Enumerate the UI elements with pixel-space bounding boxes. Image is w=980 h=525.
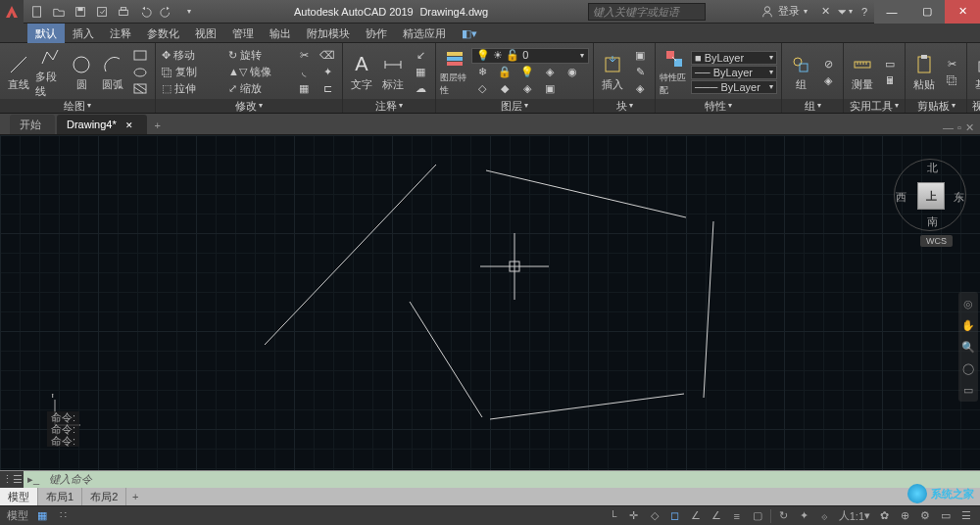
- layer-lock-icon[interactable]: 🔒: [494, 65, 515, 80]
- tab-annotate[interactable]: 注释: [102, 24, 139, 43]
- cmd-prompt[interactable]: 键入命令: [43, 472, 98, 487]
- qat-undo-icon[interactable]: [135, 3, 155, 21]
- tab-add-button[interactable]: +: [149, 117, 167, 134]
- layer-off-icon[interactable]: 💡: [516, 65, 538, 80]
- sb-cycle-icon[interactable]: ↻: [774, 507, 794, 525]
- layer-d-icon[interactable]: ▣: [539, 81, 561, 97]
- copy-button[interactable]: ⿻ 复制: [160, 65, 224, 80]
- nav-zoom-icon[interactable]: 🔍: [960, 339, 976, 355]
- sb-custom-icon[interactable]: ☰: [956, 507, 976, 525]
- copy-clip-icon[interactable]: ⿻: [941, 72, 962, 88]
- group-button[interactable]: 组: [786, 53, 815, 92]
- sb-polar-icon[interactable]: ✛: [624, 507, 644, 525]
- tab-addins[interactable]: 附加模块: [299, 24, 358, 43]
- layout-2[interactable]: 布局2: [82, 488, 126, 505]
- circle-button[interactable]: 圆: [67, 53, 96, 92]
- qat-saveas-icon[interactable]: [92, 3, 112, 21]
- tab-start[interactable]: 开始: [10, 115, 55, 134]
- layout-add-button[interactable]: +: [126, 491, 144, 502]
- sb-model-button[interactable]: 模型: [4, 507, 31, 525]
- qat-redo-icon[interactable]: [157, 3, 176, 21]
- erase-icon[interactable]: ⌫: [317, 48, 338, 64]
- sb-trans-icon[interactable]: ▢: [748, 507, 767, 525]
- explode-icon[interactable]: ✦: [317, 65, 338, 80]
- rotate-button[interactable]: ↻ 旋转: [226, 48, 291, 64]
- layer-freeze-icon[interactable]: ❄: [471, 65, 493, 80]
- layout-1[interactable]: 布局1: [38, 488, 82, 505]
- base-button[interactable]: 基点: [971, 53, 980, 92]
- color-dropdown[interactable]: ■ ByLayer▾: [691, 51, 777, 65]
- trim-icon[interactable]: ✂: [293, 48, 315, 64]
- tab-appstore-icon[interactable]: ◧▾: [454, 24, 485, 43]
- text-button[interactable]: A文字: [347, 53, 376, 92]
- sb-3dosnap-icon[interactable]: ∠: [686, 507, 706, 525]
- sb-clean-icon[interactable]: ▭: [936, 507, 956, 525]
- viewcube-south[interactable]: 南: [927, 215, 938, 229]
- cut-icon[interactable]: ✂: [941, 56, 962, 72]
- sb-iso-icon[interactable]: ◇: [645, 507, 664, 525]
- attr-icon[interactable]: ◈: [629, 81, 651, 97]
- tab-featured[interactable]: 精选应用: [395, 24, 454, 43]
- measure-button[interactable]: 测量: [848, 53, 877, 92]
- calc-icon[interactable]: 🖩: [879, 72, 901, 88]
- exchange-icon[interactable]: ✕: [815, 3, 835, 21]
- viewcube[interactable]: 上 北 南 东 西: [894, 159, 966, 231]
- ungroup-icon[interactable]: ⊘: [817, 56, 839, 72]
- linetype-dropdown[interactable]: ─── ByLayer▾: [691, 80, 777, 94]
- window-maximize-button[interactable]: ▢: [909, 0, 945, 24]
- qat-more-icon[interactable]: [178, 3, 198, 21]
- ellipse-icon[interactable]: [129, 65, 151, 80]
- offset-icon[interactable]: ⊏: [317, 81, 338, 97]
- qat-new-icon[interactable]: [27, 3, 47, 21]
- edit-block-icon[interactable]: ✎: [629, 65, 651, 80]
- qat-open-icon[interactable]: [49, 3, 69, 21]
- sb-lwt-icon[interactable]: ≡: [727, 507, 747, 525]
- doc-max-icon[interactable]: ▫: [957, 121, 961, 134]
- layer-dropdown[interactable]: 💡 ☀ 🔓 0▾: [471, 48, 589, 64]
- mirror-button[interactable]: ▲▽ 镜像: [226, 65, 291, 80]
- viewcube-top[interactable]: 上: [917, 182, 945, 210]
- viewcube-east[interactable]: 东: [954, 190, 964, 205]
- qat-save-icon[interactable]: [71, 3, 90, 21]
- tab-output[interactable]: 输出: [262, 24, 299, 43]
- scale-button[interactable]: ⤢ 缩放: [226, 81, 291, 97]
- rect-icon[interactable]: [129, 48, 151, 64]
- nav-show-icon[interactable]: ▭: [960, 382, 976, 398]
- app-logo[interactable]: [0, 0, 24, 24]
- fillet-icon[interactable]: ◟: [293, 65, 315, 80]
- paste-button[interactable]: 粘贴: [909, 53, 939, 92]
- tab-close-icon[interactable]: ✕: [125, 120, 133, 130]
- command-line[interactable]: ⋮☰ ▸_ 键入命令: [0, 470, 980, 488]
- array-icon[interactable]: ▦: [293, 81, 315, 97]
- signin-button[interactable]: 登录▾: [753, 0, 815, 24]
- window-minimize-button[interactable]: —: [874, 0, 909, 24]
- tab-parametric[interactable]: 参数化: [139, 24, 187, 43]
- move-button[interactable]: ✥ 移动: [160, 48, 224, 64]
- layout-model[interactable]: 模型: [0, 488, 38, 505]
- sb-annoscale-button[interactable]: 人 1:1 ▾: [836, 507, 873, 525]
- window-close-button[interactable]: ✕: [945, 0, 980, 24]
- tab-manage[interactable]: 管理: [224, 24, 262, 43]
- help-icon[interactable]: ?: [855, 3, 874, 21]
- layerprops-button[interactable]: 图层特性: [440, 47, 469, 97]
- wcs-badge[interactable]: WCS: [920, 235, 953, 247]
- select-icon[interactable]: ▭: [879, 56, 901, 72]
- layer-match-icon[interactable]: ◉: [562, 65, 583, 80]
- stretch-button[interactable]: ⬚ 拉伸: [160, 81, 224, 97]
- cmd-chevron-icon[interactable]: ▸_: [24, 473, 43, 486]
- leader-icon[interactable]: ↙: [410, 48, 431, 64]
- help-search-input[interactable]: 键入关键字或短语: [588, 3, 706, 21]
- layer-a-icon[interactable]: ◇: [471, 81, 493, 97]
- nav-orbit-icon[interactable]: ◯: [960, 360, 976, 376]
- line-button[interactable]: 直线: [4, 53, 33, 92]
- tab-insert[interactable]: 插入: [65, 24, 102, 43]
- hatch-icon[interactable]: [129, 81, 151, 97]
- sb-hw-icon[interactable]: ⚙: [915, 507, 935, 525]
- layer-iso-icon[interactable]: ◈: [539, 65, 561, 80]
- sb-osnap-icon[interactable]: ◻: [665, 507, 685, 525]
- layer-b-icon[interactable]: ◆: [494, 81, 515, 97]
- stayconn-icon[interactable]: ⏷: [835, 3, 855, 21]
- qat-plot-icon[interactable]: [114, 3, 133, 21]
- sb-anno-icon[interactable]: ✦: [795, 507, 814, 525]
- insert-button[interactable]: 插入: [598, 53, 627, 92]
